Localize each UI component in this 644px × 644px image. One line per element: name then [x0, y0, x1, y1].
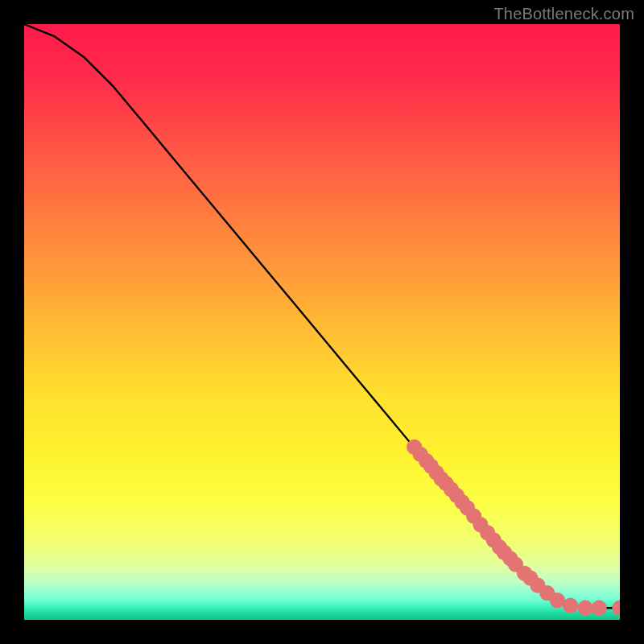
watermark-text: TheBottleneck.com [493, 5, 634, 23]
marker-dot [563, 598, 578, 613]
marker-dot [577, 601, 592, 616]
curve-layer [24, 24, 620, 620]
plot-area [24, 24, 620, 620]
marker-dot [591, 601, 606, 616]
marker-dot [612, 601, 620, 616]
marker-group [407, 440, 620, 616]
chart-stage: TheBottleneck.com [0, 0, 644, 644]
curve-line [24, 24, 620, 608]
